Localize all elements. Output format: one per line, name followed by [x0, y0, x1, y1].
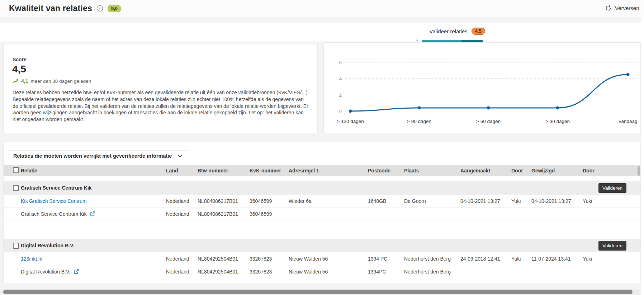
door-aangemaakt-cell: Yuki: [511, 256, 531, 262]
external-link-icon[interactable]: [90, 211, 95, 217]
tab-page-indicator: 1: [416, 37, 418, 41]
score-value: 4,5: [12, 63, 317, 75]
door-gewijzigd-cell: Yuki: [583, 256, 640, 262]
column-header-9: Gewijzigd: [531, 168, 583, 173]
score-history-card: 0246> 120 dagen> 90 dagen> 60 dagen> 30 …: [323, 42, 641, 133]
relation-row: Kik Grafisch Service CentrumNederlandNL8…: [4, 195, 640, 208]
score-line: [350, 75, 628, 111]
data-point[interactable]: [626, 73, 630, 76]
trend-delta: 4,1: [21, 78, 28, 84]
external-link-icon[interactable]: [74, 269, 79, 274]
table-header-row: RelatieLandBtw-nummerKvK-nummerAdresrege…: [4, 165, 640, 176]
kvk-nummer-cell: 33267823: [250, 256, 289, 262]
trend-text: meer dan 30 dagen geleden: [30, 78, 91, 84]
aangemaakt-cell: 24-09-2018 12:41: [460, 256, 511, 262]
adresregel-1-cell: Nieuw Walden 56: [289, 256, 368, 262]
data-point[interactable]: [349, 110, 352, 113]
column-header-5: Postcode: [368, 168, 404, 173]
y-tick-label: 6: [339, 60, 342, 65]
quality-of-relations-page: Kwaliteit van relaties 9,0 Verversen Val…: [0, 0, 644, 295]
tab-indicator-segment: [422, 40, 461, 42]
data-point[interactable]: [418, 106, 421, 109]
relation-name: Digital Revolution B.V.: [21, 269, 70, 275]
adresregel-1-cell: Nieuw Walden 56: [289, 269, 368, 275]
aangemaakt-cell: 04-10-2021 13:27: [460, 198, 511, 204]
x-tick-label: > 30 dagen: [545, 119, 570, 124]
y-tick-label: 2: [339, 92, 342, 98]
refresh-label: Verversen: [615, 5, 639, 11]
overall-score-badge: 9,0: [108, 5, 121, 12]
relation-row: 123inkt.nlNederlandNL804292504B013326782…: [4, 252, 640, 265]
kvk-nummer-cell: 33267823: [250, 269, 289, 275]
btw-nummer-cell: NL804292504B01: [198, 256, 250, 262]
plaats-cell: Nederhorst den Berg: [404, 256, 460, 262]
relation-row: Grafisch Service Centrum KikNederlandNL8…: [4, 208, 640, 220]
relation-filter-dropdown[interactable]: Relaties die moeten worden verrijkt met …: [8, 151, 187, 161]
group-name: Digital Revolution B.V.: [21, 243, 74, 248]
door-gewijzigd-cell: Yuki: [583, 198, 640, 204]
score-trend: 4,1 meer dan 30 dagen geleden: [13, 78, 317, 84]
select-all-checkbox[interactable]: [13, 167, 19, 173]
page-title: Kwaliteit van relaties: [9, 4, 92, 13]
kvk-nummer-cell: 36046599: [250, 198, 289, 204]
refresh-icon: [605, 5, 611, 11]
column-header-6: Plaats: [404, 168, 460, 173]
trend-up-icon: [13, 79, 19, 84]
column-header-8: Door: [511, 168, 531, 173]
tab-valideer-relaties[interactable]: Valideer relaties 4,5: [414, 28, 500, 35]
relations-table-card: Relaties die moeten worden verrijkt met …: [3, 142, 641, 283]
kvk-nummer-cell: 36046599: [250, 211, 289, 217]
page-header: Kwaliteit van relaties 9,0 Verversen: [0, 0, 644, 17]
land-cell: Nederland: [166, 198, 198, 204]
relation-link[interactable]: 123inkt.nl: [21, 256, 42, 262]
column-header-1: Land: [166, 168, 198, 173]
refresh-button[interactable]: Verversen: [605, 5, 639, 11]
postcode-cell: 1394PC: [368, 269, 404, 275]
score-description: Deze relaties hebben hetzelfde btw- en/o…: [13, 89, 309, 123]
info-icon[interactable]: [96, 5, 103, 12]
adresregel-1-cell: Wieder 6a: [289, 198, 368, 204]
score-card: Score 4,5 4,1 meer dan 30 dagen geleden …: [3, 44, 318, 133]
info-icon-glyph: [96, 5, 103, 12]
validate-button[interactable]: Valideren: [598, 183, 626, 193]
y-tick-label: 0: [339, 109, 342, 114]
plaats-cell: Nederhorst den Berg: [404, 269, 460, 275]
btw-nummer-cell: NL804292504B01: [198, 269, 250, 275]
horizontal-scrollbar-thumb[interactable]: [3, 290, 633, 294]
active-tab-indicator: [422, 40, 483, 42]
x-tick-label: > 60 dagen: [476, 119, 501, 124]
land-cell: Nederland: [166, 256, 198, 262]
vertical-scrollbar-thumb[interactable]: [638, 166, 640, 176]
data-point[interactable]: [487, 106, 490, 109]
relation-link[interactable]: Kik Grafisch Service Centrum: [21, 198, 87, 204]
table-body: Grafisch Service Centrum KikValiderenKik…: [4, 181, 640, 278]
score-label: Score: [13, 57, 317, 62]
score-history-chart: 0246> 120 dagen> 90 dagen> 60 dagen> 30 …: [324, 43, 641, 134]
x-tick-label: > 90 dagen: [407, 119, 431, 124]
door-aangemaakt-cell: Yuki: [511, 198, 531, 204]
postcode-cell: 1394 PC: [368, 256, 404, 262]
relation-group-row: Grafisch Service Centrum KikValideren: [4, 181, 640, 195]
x-tick-label: Vandaag: [618, 119, 637, 124]
x-tick-label: > 120 dagen: [337, 119, 364, 124]
column-header-7: Aangemaakt: [460, 168, 511, 173]
column-header-10: Door: [583, 168, 640, 173]
relation-row: Digital Revolution B.V.NederlandNL804292…: [4, 265, 640, 278]
data-point[interactable]: [556, 106, 559, 109]
column-header-0: Relatie: [21, 168, 166, 173]
validate-button[interactable]: Valideren: [598, 241, 626, 251]
btw-nummer-cell: NL804086217B01: [198, 198, 250, 204]
group-checkbox[interactable]: [13, 243, 19, 249]
column-header-2: Btw-nummer: [198, 168, 250, 173]
land-cell: Nederland: [166, 211, 198, 217]
plaats-cell: De Goorn: [404, 198, 460, 204]
tab-indicator-segment-dark: [461, 40, 483, 42]
column-header-3: KvK-nummer: [250, 168, 289, 173]
filter-label: Relaties die moeten worden verrijkt met …: [13, 153, 172, 159]
gewijzigd-cell: 04-10-2021 13:27: [531, 198, 583, 204]
relation-group-row: Digital Revolution B.V.Valideren: [4, 239, 640, 252]
relation-name: Grafisch Service Centrum Kik: [21, 211, 87, 217]
postcode-cell: 1648GB: [368, 198, 404, 204]
group-checkbox[interactable]: [13, 185, 19, 191]
column-header-4: Adresregel 1: [289, 168, 368, 173]
